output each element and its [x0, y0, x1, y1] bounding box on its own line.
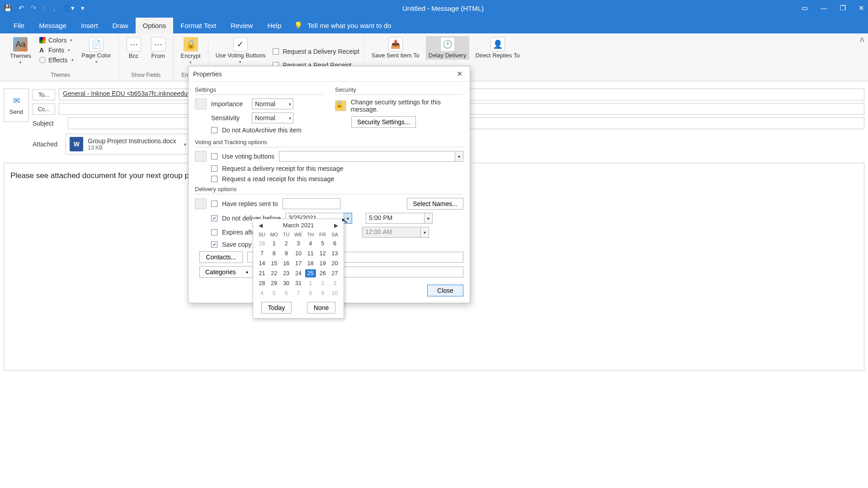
- fonts-button[interactable]: AFonts▾: [38, 46, 75, 54]
- have-replies-input[interactable]: [283, 198, 341, 209]
- calendar-day[interactable]: 20: [329, 258, 341, 268]
- calendar-day[interactable]: 28: [256, 239, 268, 249]
- tab-insert[interactable]: Insert: [74, 18, 105, 33]
- calendar-day[interactable]: 28: [256, 278, 268, 288]
- calendar-day[interactable]: 13: [329, 249, 341, 258]
- themes-button[interactable]: Aa Themes ▾: [7, 36, 34, 66]
- save-icon[interactable]: 💾: [4, 4, 12, 12]
- effects-button[interactable]: Effects▾: [38, 56, 75, 64]
- undo-icon[interactable]: ↶: [19, 4, 24, 12]
- tab-formattext[interactable]: Format Text: [173, 18, 223, 33]
- calendar-day[interactable]: 18: [304, 258, 316, 268]
- tab-message[interactable]: Message: [32, 18, 74, 33]
- calendar-day[interactable]: 23: [280, 268, 292, 278]
- tab-help[interactable]: Help: [260, 18, 288, 33]
- req-read-checkbox[interactable]: [211, 176, 217, 182]
- calendar-day[interactable]: 16: [280, 258, 292, 268]
- calendar-day[interactable]: 30: [280, 278, 292, 288]
- close-window-icon[interactable]: ✕: [859, 4, 864, 12]
- calendar-day[interactable]: 2: [280, 239, 292, 249]
- calendar-day[interactable]: 10: [329, 288, 341, 298]
- calendar-day[interactable]: 11: [304, 249, 316, 258]
- time-dropdown-button[interactable]: ▾: [425, 213, 433, 224]
- calendar-day[interactable]: 3: [292, 239, 305, 249]
- calendar-day[interactable]: 15: [268, 258, 280, 268]
- calendar-day[interactable]: 10: [292, 249, 305, 258]
- calendar-day[interactable]: 4: [256, 288, 268, 298]
- user-icon[interactable]: 👤▾: [62, 4, 75, 12]
- calendar-day[interactable]: 3: [329, 278, 341, 288]
- save-copy-checkbox[interactable]: [211, 241, 217, 248]
- close-button[interactable]: Close: [427, 285, 463, 296]
- calendar-day[interactable]: 9: [316, 288, 329, 298]
- calendar-day[interactable]: 24: [292, 268, 305, 278]
- save-sent-button[interactable]: 📥Save Sent Item To: [369, 36, 422, 60]
- collapse-ribbon-icon[interactable]: ᐱ: [860, 36, 864, 43]
- none-button[interactable]: None: [307, 302, 335, 314]
- tab-review[interactable]: Review: [223, 18, 260, 33]
- calendar-day[interactable]: 5: [268, 288, 280, 298]
- calendar-day[interactable]: 2: [316, 278, 329, 288]
- next-month-icon[interactable]: ▶: [332, 222, 340, 229]
- sensitivity-select[interactable]: Normal▾: [252, 113, 293, 123]
- qat-more-icon[interactable]: ▾: [81, 4, 85, 12]
- voting-input[interactable]: [279, 151, 455, 162]
- importance-select[interactable]: Normal▾: [252, 99, 293, 109]
- redo-icon[interactable]: ↷: [31, 4, 37, 12]
- calendar-day[interactable]: 22: [268, 268, 280, 278]
- attachment-chip[interactable]: W Group Project Instructions.docx 13 KB …: [66, 134, 189, 155]
- calendar-day[interactable]: 17: [292, 258, 305, 268]
- calendar-day[interactable]: 25: [304, 268, 316, 278]
- tell-me[interactable]: 💡 Tell me what you want to do: [294, 21, 391, 33]
- close-dialog-icon[interactable]: ✕: [454, 69, 465, 79]
- req-delivery-checkbox[interactable]: [211, 165, 217, 172]
- calendar-day[interactable]: 8: [304, 288, 316, 298]
- cc-button[interactable]: Cc...: [33, 103, 55, 115]
- calendar-day[interactable]: 27: [329, 268, 341, 278]
- autoarchive-checkbox[interactable]: [211, 127, 217, 133]
- bcc-button[interactable]: ⋯Bcc: [123, 36, 144, 60]
- calendar-day[interactable]: 9: [280, 249, 292, 258]
- maximize-icon[interactable]: ❐: [840, 4, 846, 12]
- calendar-day[interactable]: 7: [292, 288, 305, 298]
- calendar-day[interactable]: 29: [268, 278, 280, 288]
- colors-button[interactable]: Colors▾: [38, 36, 75, 44]
- page-color-button[interactable]: 📄 Page Color ▾: [79, 36, 114, 65]
- calendar-day[interactable]: 19: [316, 258, 329, 268]
- expires-checkbox[interactable]: [211, 229, 217, 235]
- send-button[interactable]: ✉ Send: [4, 89, 29, 122]
- calendar-day[interactable]: 8: [268, 249, 280, 258]
- calendar-day[interactable]: 6: [329, 239, 341, 249]
- expires-time-dropdown[interactable]: ▾: [421, 227, 429, 238]
- from-button[interactable]: ⋯From: [148, 36, 169, 60]
- calendar-day[interactable]: 14: [256, 258, 268, 268]
- tab-draw[interactable]: Draw: [105, 18, 136, 33]
- chevron-down-icon[interactable]: ▾: [455, 151, 463, 162]
- have-replies-checkbox[interactable]: [211, 201, 217, 207]
- chevron-down-icon[interactable]: ▾: [184, 142, 186, 147]
- calendar-day[interactable]: 31: [292, 278, 305, 288]
- encrypt-button[interactable]: 🔒Encrypt▾: [178, 36, 203, 66]
- tab-options[interactable]: Options: [136, 18, 174, 33]
- to-button[interactable]: To...: [33, 89, 55, 100]
- contacts-button[interactable]: Contacts...: [199, 251, 243, 263]
- down-icon[interactable]: ↓: [53, 5, 57, 12]
- calendar-day[interactable]: 21: [256, 268, 268, 278]
- calendar-day[interactable]: 7: [256, 249, 268, 258]
- categories-button[interactable]: Categories▾: [199, 266, 254, 278]
- ribbon-display-icon[interactable]: ▭: [802, 4, 808, 12]
- delay-delivery-button[interactable]: 🕐Delay Delivery: [426, 36, 469, 60]
- select-names-button[interactable]: Select Names...: [407, 198, 463, 210]
- up-icon[interactable]: ↑: [43, 5, 47, 12]
- prev-month-icon[interactable]: ◀: [257, 222, 264, 229]
- calendar-day[interactable]: 1: [268, 239, 280, 249]
- calendar-day[interactable]: 26: [316, 268, 329, 278]
- calendar-day[interactable]: 4: [304, 239, 316, 249]
- calendar-day[interactable]: 12: [316, 249, 329, 258]
- tab-file[interactable]: File: [6, 18, 32, 33]
- request-delivery-receipt[interactable]: Request a Delivery Receipt: [273, 48, 359, 55]
- use-voting-checkbox[interactable]: [211, 153, 217, 160]
- calendar-day[interactable]: 1: [304, 278, 316, 288]
- calendar-day[interactable]: 6: [280, 288, 292, 298]
- today-button[interactable]: Today: [261, 302, 292, 314]
